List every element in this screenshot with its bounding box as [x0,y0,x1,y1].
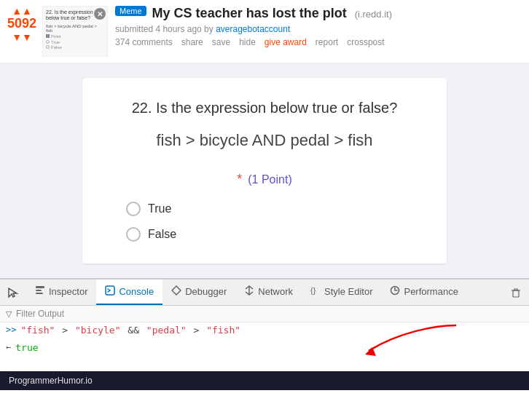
radio-true[interactable] [126,202,141,216]
share-button[interactable]: share [181,37,203,47]
tab-inspector[interactable]: Inspector [26,280,96,305]
comments-link[interactable]: 374 comments [115,37,173,47]
svg-marker-4 [172,286,181,295]
devtools-tabs: Inspector Console Debugger Network [26,280,506,305]
performance-icon [390,285,400,298]
tab-performance[interactable]: Performance [381,280,466,305]
radio-false[interactable] [126,227,141,242]
post-actions: 374 comments share save hide give award … [115,37,522,47]
tab-style-editor-label: Style Editor [324,286,372,297]
console-input-arrow: >> [6,325,16,335]
tab-style-editor[interactable]: {} Style Editor [302,280,381,305]
post-info: Meme My CS teacher has lost the plot (i.… [115,6,522,57]
code-str-fish: "fish" [20,325,55,336]
console-area: ▽ Filter Output >> "fish" > "bicyle" && … [0,306,529,371]
post-flair[interactable]: Meme [115,6,146,16]
console-output-arrow: ← [6,342,11,352]
site-label: ProgrammerHumor.io [9,376,93,386]
network-icon [244,285,254,298]
points-label: (1 Point) [248,173,291,186]
option-false-label: False [148,228,176,241]
hide-button[interactable]: hide [239,37,256,47]
bottom-bar: ProgrammerHumor.io [0,371,529,390]
code-str-fish2: "fish" [206,325,240,336]
filter-output-label: Filter Output [16,309,64,319]
upvote-icon[interactable]: ▲▲ [12,6,32,16]
inspector-icon [35,285,45,298]
post-thumbnail[interactable]: 22. Is the expression below true or fals… [42,6,108,57]
quiz-options: True False [111,202,418,242]
tab-debugger-label: Debugger [185,286,227,297]
option-true[interactable]: True [126,202,418,216]
console-output-line: ← true [0,340,529,357]
console-output-value: true [15,342,38,353]
tab-console[interactable]: Console [96,280,162,305]
console-filter-bar: ▽ Filter Output [0,306,529,322]
report-button[interactable]: report [316,37,338,47]
svg-rect-0 [36,286,44,288]
debugger-icon [171,285,181,298]
tab-debugger[interactable]: Debugger [162,280,235,305]
code-op-gt1: > [56,325,73,336]
reddit-post: ▲▲ 5092 ▼▼ 22. Is the expression below t… [0,0,529,63]
devtools-panel: Inspector Console Debugger Network [0,278,529,371]
required-asterisk: * [237,172,242,187]
close-thumbnail-button[interactable]: ✕ [94,8,106,20]
clear-console-button[interactable] [506,282,526,303]
filter-icon: ▽ [6,309,12,319]
post-title: My CS teacher has lost the plot (i.redd.… [152,6,392,22]
vote-section: ▲▲ 5092 ▼▼ [7,6,36,57]
quiz-question: 22. Is the expression below true or fals… [111,100,418,116]
code-str-pedal: "pedal" [146,325,187,336]
console-output-container: ← true [0,340,529,357]
select-element-button[interactable] [3,282,23,303]
svg-rect-2 [36,293,43,294]
quiz-expression: fish > bicycle AND pedal > fish [111,131,418,150]
console-icon [105,285,115,298]
save-button[interactable]: save [212,37,230,47]
tab-performance-label: Performance [404,286,458,297]
svg-text:{}: {} [310,286,316,295]
quiz-points: * (1 Point) [111,172,418,187]
code-op-gt2: > [188,325,205,336]
devtools-left-icons [0,282,26,303]
svg-rect-1 [36,290,42,291]
code-str-bicyle: "bicyle" [75,325,121,336]
option-true-label: True [148,202,171,215]
downvote-icon[interactable]: ▼▼ [12,31,32,43]
crosspost-button[interactable]: crosspost [347,37,384,47]
tab-network[interactable]: Network [235,280,302,305]
give-award-button[interactable]: give award [264,37,307,47]
console-input-line: >> "fish" > "bicyle" && "pedal" > "fish" [0,322,529,340]
quiz-card: 22. Is the expression below true or fals… [82,78,447,264]
style-editor-icon: {} [310,285,321,298]
author-link[interactable]: averagebotaccount [216,24,290,34]
post-meta: submitted 4 hours ago by averagebotaccou… [115,24,522,34]
svg-rect-7 [513,290,519,297]
tab-inspector-label: Inspector [49,286,87,297]
code-op-and: && [122,325,145,336]
console-input-code: "fish" > "bicyle" && "pedal" > "fish" [20,325,240,336]
tab-network-label: Network [258,286,293,297]
option-false[interactable]: False [126,227,418,242]
content-area: 22. Is the expression below true or fals… [0,63,529,278]
tab-console-label: Console [119,286,154,297]
vote-count: 5092 [7,16,36,31]
post-domain: (i.redd.it) [355,9,392,20]
